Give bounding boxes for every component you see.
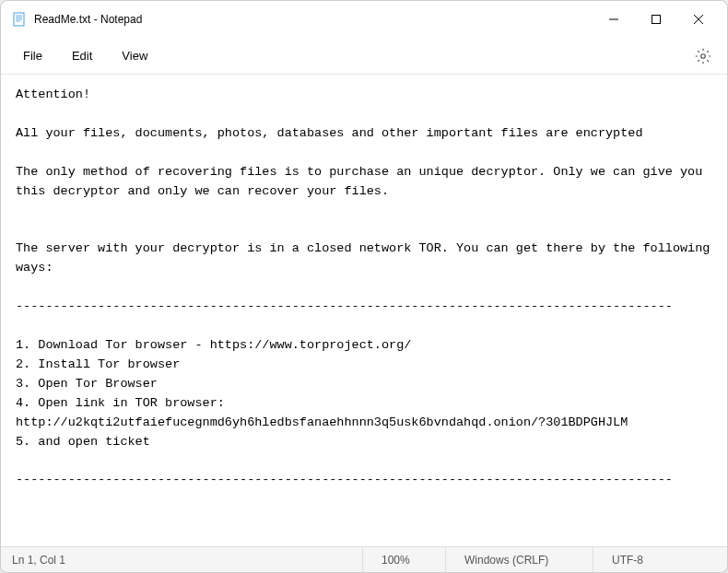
statusbar: Ln 1, Col 1 100% Windows (CRLF) UTF-8 bbox=[1, 546, 727, 572]
notepad-icon bbox=[12, 12, 27, 27]
svg-rect-6 bbox=[652, 16, 661, 24]
status-position: Ln 1, Col 1 bbox=[12, 554, 362, 567]
status-line-ending: Windows (CRLF) bbox=[445, 547, 593, 572]
maximize-button[interactable] bbox=[635, 5, 677, 34]
close-button[interactable] bbox=[677, 5, 720, 34]
gear-icon bbox=[695, 48, 711, 64]
titlebar[interactable]: ReadMe.txt - Notepad bbox=[1, 1, 727, 38]
close-icon bbox=[694, 15, 703, 24]
notepad-window: ReadMe.txt - Notepad File Edit View Atte… bbox=[0, 0, 728, 573]
settings-button[interactable] bbox=[687, 40, 720, 73]
text-area[interactable]: Attention! All your files, documents, ph… bbox=[1, 75, 727, 546]
status-zoom: 100% bbox=[362, 547, 445, 572]
maximize-icon bbox=[652, 15, 661, 24]
menu-view[interactable]: View bbox=[107, 43, 162, 68]
menu-edit[interactable]: Edit bbox=[57, 43, 107, 68]
svg-point-9 bbox=[701, 53, 706, 58]
menubar: File Edit View bbox=[1, 38, 727, 75]
menu-file[interactable]: File bbox=[8, 43, 57, 68]
minimize-icon bbox=[609, 15, 618, 24]
window-controls bbox=[593, 5, 720, 34]
status-encoding: UTF-8 bbox=[593, 547, 716, 572]
minimize-button[interactable] bbox=[593, 5, 635, 34]
window-title: ReadMe.txt - Notepad bbox=[34, 13, 593, 26]
